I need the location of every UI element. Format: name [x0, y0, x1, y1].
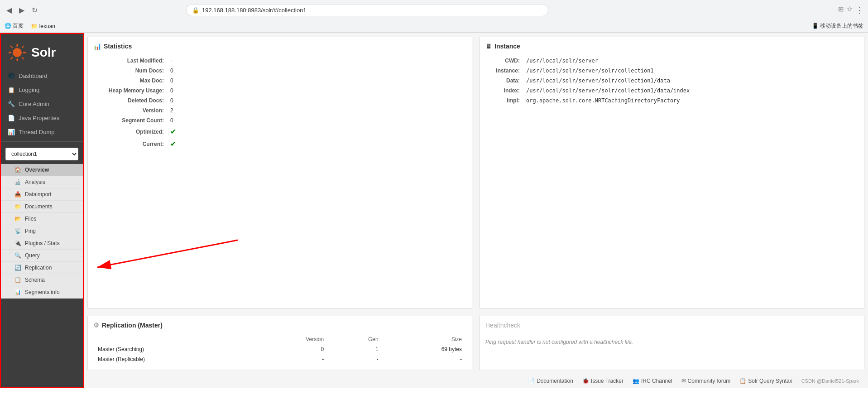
- instance-row-index: Index: /usr/local/solr/server/solr/colle…: [486, 86, 858, 95]
- instance-table: CWD: /usr/local/solr/server Instance: /u…: [485, 55, 858, 106]
- overview-icon: 🏠: [14, 167, 21, 173]
- sub-nav-label-overview: Overview: [25, 167, 49, 173]
- svg-point-0: [13, 48, 22, 57]
- extensions-icon[interactable]: ⊞: [838, 5, 844, 15]
- browser-right-icons: ⊞ ☆ ⋮: [838, 5, 863, 15]
- sub-nav-label-files: Files: [25, 216, 36, 222]
- statistics-table: Last Modified: - Num Docs: 0 Max Doc: 0: [93, 55, 466, 150]
- sub-nav-label-analysis: Analysis: [25, 179, 45, 185]
- replication-title: ⚙ Replication (Master): [93, 322, 466, 329]
- sub-nav: 🏠 Overview 🔬 Analysis 📥 Dataimport 📁 Doc…: [1, 164, 83, 299]
- solr-logo: Solr: [1, 34, 83, 69]
- footer-link-irc-channel[interactable]: 👥 IRC Channel: [633, 378, 672, 384]
- sub-nav-item-overview[interactable]: 🏠 Overview: [1, 164, 83, 176]
- healthcheck-title: Healthcheck: [485, 322, 858, 329]
- healthcheck-panel: Healthcheck Ping request handler is not …: [480, 316, 864, 370]
- sidebar-item-logging[interactable]: 📋 Logging: [1, 83, 83, 97]
- nav-label-logging: Logging: [19, 87, 39, 93]
- stat-row-max-doc: Max Doc: 0: [94, 76, 465, 85]
- replication-icon: 🔄: [14, 265, 21, 271]
- stat-row-current: Current: ✔: [94, 138, 465, 149]
- instance-icon: 🖥: [485, 43, 492, 50]
- java-properties-icon: 📄: [8, 115, 15, 121]
- svg-line-8: [10, 57, 13, 59]
- instance-panel: 🖥 Instance CWD: /usr/local/solr/server I…: [480, 37, 864, 308]
- main-content: 📊 Statistics Last Modified: - Num Docs: …: [84, 33, 868, 388]
- replication-header-row: Version Gen Size: [93, 334, 466, 344]
- replication-panel: ⚙ Replication (Master) Version Gen Size: [87, 316, 472, 370]
- statistics-icon: 📊: [93, 43, 101, 50]
- analysis-icon: 🔬: [14, 179, 21, 185]
- irc-icon: 👥: [633, 378, 639, 384]
- bookmark-baidu[interactable]: 🌐 百度: [5, 22, 24, 30]
- refresh-button[interactable]: ↻: [30, 4, 39, 16]
- sub-nav-label-plugins: Plugins / Stats: [25, 240, 60, 246]
- optimized-checkmark: ✔: [170, 128, 176, 135]
- sub-nav-item-ping[interactable]: 📡 Ping: [1, 225, 83, 237]
- segments-icon: 📊: [14, 289, 21, 295]
- menu-icon[interactable]: ⋮: [855, 5, 863, 15]
- nav-label-java-properties: Java Properties: [19, 115, 59, 121]
- logging-icon: 📋: [8, 87, 15, 93]
- files-icon: 📂: [14, 216, 21, 222]
- documentation-icon: 📄: [528, 378, 535, 384]
- current-checkmark: ✔: [170, 140, 176, 148]
- svg-line-5: [10, 46, 13, 48]
- query-syntax-icon: 📋: [739, 378, 746, 384]
- community-icon: ✉: [681, 378, 686, 384]
- stat-row-last-modified: Last Modified: -: [94, 56, 465, 65]
- footer-link-solr-query-syntax[interactable]: 📋 Solr Query Syntax: [739, 378, 792, 384]
- bookmark-lexuan[interactable]: 📁 lexuan: [31, 23, 55, 29]
- sidebar: Solr 🌑 Dashboard 📋 Logging 🔧 Core Admin …: [0, 33, 84, 388]
- sub-nav-item-dataimport[interactable]: 📥 Dataimport: [1, 188, 83, 201]
- collection-select[interactable]: collection1: [5, 148, 78, 160]
- footer-link-documentation[interactable]: 📄 Documentation: [528, 378, 573, 384]
- solr-sun-icon: [8, 43, 27, 62]
- mobile-bookmarks[interactable]: 📱 移动设备上的书签: [812, 22, 863, 30]
- replication-row-replicable: Master (Replicable) - - -: [93, 354, 466, 364]
- replication-title-icon: ⚙: [93, 322, 99, 329]
- address-bar[interactable]: 🔒 192.168.188.180:8983/solr/#/collection…: [186, 4, 548, 16]
- instance-row-instance: Instance: /usr/local/solr/server/solr/co…: [486, 66, 858, 75]
- sub-nav-item-segments-info[interactable]: 📊 Segments info: [1, 286, 83, 299]
- solr-logo-text: Solr: [31, 45, 56, 60]
- sidebar-item-java-properties[interactable]: 📄 Java Properties: [1, 111, 83, 125]
- sidebar-item-dashboard[interactable]: 🌑 Dashboard: [1, 69, 83, 83]
- core-admin-icon: 🔧: [8, 101, 15, 107]
- footer-credit: CSDN @Daniel521-Spark: [801, 378, 859, 384]
- sidebar-main-nav: 🌑 Dashboard 📋 Logging 🔧 Core Admin 📄 Jav…: [1, 69, 83, 139]
- sub-nav-label-ping: Ping: [25, 228, 36, 234]
- bookmarks-bar: 🌐 百度 📁 lexuan 📱 移动设备上的书签: [0, 20, 868, 33]
- healthcheck-message: Ping request handler is not configured w…: [485, 334, 858, 350]
- bookmark-icon[interactable]: ☆: [847, 5, 853, 15]
- stat-row-optimized: Optimized: ✔: [94, 126, 465, 137]
- sub-nav-item-analysis[interactable]: 🔬 Analysis: [1, 176, 83, 188]
- footer: 📄 Documentation 🐞 Issue Tracker 👥 IRC Ch…: [84, 374, 868, 388]
- footer-link-issue-tracker[interactable]: 🐞 Issue Tracker: [582, 378, 623, 384]
- back-button[interactable]: ◀: [5, 4, 14, 16]
- statistics-panel: 📊 Statistics Last Modified: - Num Docs: …: [87, 37, 472, 308]
- instance-row-data: Data: /usr/local/solr/server/solr/collec…: [486, 76, 858, 85]
- stat-row-version: Version: 2: [94, 106, 465, 115]
- sidebar-item-core-admin[interactable]: 🔧 Core Admin: [1, 97, 83, 111]
- sub-nav-item-documents[interactable]: 📁 Documents: [1, 201, 83, 213]
- stat-row-deleted-docs: Deleted Docs: 0: [94, 96, 465, 105]
- instance-row-impl: Impl: org.apache.solr.core.NRTCachingDir…: [486, 96, 858, 105]
- issue-tracker-icon: 🐞: [582, 378, 589, 384]
- security-icon: 🔒: [192, 7, 199, 14]
- sidebar-item-thread-dump[interactable]: 📊 Thread Dump: [1, 125, 83, 139]
- sub-nav-item-replication[interactable]: 🔄 Replication: [1, 262, 83, 274]
- sub-nav-item-schema[interactable]: 📋 Schema: [1, 274, 83, 286]
- sub-nav-label-schema: Schema: [25, 277, 45, 283]
- sub-nav-item-query[interactable]: 🔍 Query: [1, 250, 83, 262]
- query-icon: 🔍: [14, 252, 21, 259]
- footer-link-community-forum[interactable]: ✉ Community forum: [681, 378, 731, 384]
- nav-label-dashboard: Dashboard: [19, 72, 48, 79]
- svg-line-6: [22, 57, 24, 59]
- sub-nav-item-plugins-stats[interactable]: 🔌 Plugins / Stats: [1, 237, 83, 250]
- sub-nav-label-dataimport: Dataimport: [25, 191, 52, 198]
- browser-toolbar: ◀ ▶ ↻ 🔒 192.168.188.180:8983/solr/#/coll…: [0, 0, 868, 20]
- sub-nav-item-files[interactable]: 📂 Files: [1, 213, 83, 225]
- documents-icon: 📁: [14, 203, 21, 210]
- forward-button[interactable]: ▶: [17, 4, 26, 16]
